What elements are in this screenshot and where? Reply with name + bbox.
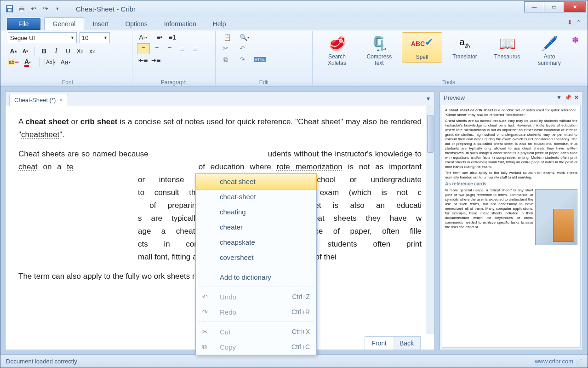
ribbon: Segoe UI▼ 10▼ A▴ A▾ B I U X2 x2 ab▾ A ▾ [0,30,588,87]
download-icon[interactable]: ⬇ [567,19,572,26]
maximize-button[interactable]: ▭ [544,1,564,12]
undo-icon: ↶ [202,293,211,300]
auto-summary-button[interactable]: 🖊️Auto summary [530,32,569,68]
undo-icon[interactable]: ↶ [29,4,38,13]
italic-button[interactable]: I [51,46,62,56]
resize-grip-icon[interactable]: ⋰ [576,358,582,365]
quick-access-toolbar: ↶ ↷ ▼ [5,4,62,13]
preview-title: Preview [444,94,465,101]
close-button[interactable]: ✕ [564,1,586,12]
redo-button[interactable]: ↷ [237,54,248,64]
align-left-button[interactable]: ≡ [137,43,150,54]
document-tab[interactable]: Cheat-Sheet (*) × [9,94,68,106]
spellcheck-icon: ABC✔ [413,34,431,53]
group-label-edit: Edit [220,78,308,86]
change-case-button[interactable]: Aa▾ [58,57,73,67]
align-right-button[interactable]: ≡ [164,44,176,54]
suggestion-coversheet[interactable]: coversheet [196,250,316,265]
subscript-button[interactable]: X2 [74,46,86,56]
menu-redo[interactable]: ↷RedoCtrl+R [196,305,316,320]
grow-font-button[interactable]: A▴ [8,46,19,56]
font-color-button[interactable]: A ▾ [20,57,35,67]
font-size-value: 10 [82,34,88,41]
close-tab-icon[interactable]: × [59,97,63,104]
cut-button[interactable]: ✂ [220,43,231,53]
close-preview-icon[interactable]: ✕ [574,94,579,101]
menu-copy[interactable]: ⧉CopyCtrl+C [196,339,316,355]
preview-body: A cheat sheet or crib sheet is a concise… [442,105,581,348]
decrease-indent-button[interactable]: ⇤≡ [137,55,149,65]
menu-undo[interactable]: ↶UndoCtrl+Z [196,289,316,305]
document-tabs: Cheat-Sheet (*) × ▾ [6,92,434,106]
status-bar: Document loaded correctly www.cribr.com … [0,354,588,368]
qat-dropdown-icon[interactable]: ▼ [53,4,62,13]
find-button[interactable]: 🔍▾ [237,32,251,42]
bold-button[interactable]: B [39,46,50,56]
superscript-button[interactable]: x2 [86,46,97,56]
compress-text-button[interactable]: 🗜️Compress text [360,32,399,68]
redo-icon[interactable]: ↷ [41,4,50,13]
undo-button[interactable]: ↶ [237,43,248,53]
tab-help[interactable]: Help [205,18,234,30]
suggestion-cheater[interactable]: cheater [196,219,316,235]
vertical-scrollbar[interactable] [426,106,434,334]
search-xuletas-button[interactable]: 🥩Search Xuletas [317,32,357,68]
chevron-down-icon: ▼ [68,35,74,40]
print-icon[interactable] [17,4,26,13]
redo-icon: ↷ [202,308,211,316]
tab-overflow-icon[interactable]: ▾ [427,95,430,102]
font-size-combo[interactable]: 10▼ [80,32,110,43]
group-tools: 🥩Search Xuletas 🗜️Compress text ABC✔Spel… [313,31,585,86]
thesaurus-button[interactable]: 📖Thesaurus [487,32,527,62]
bullets-button[interactable]: ≡• [154,32,166,42]
highlight-color-button[interactable]: ab▾ [8,57,19,67]
group-edit: 📋 ✂ ⧉ 🔍▾ ↶ ↷ HTML Edit [216,31,313,86]
svg-rect-5 [20,10,23,12]
tab-file[interactable]: File [7,18,40,30]
star-icon[interactable]: ✽ [572,35,579,45]
tab-information[interactable]: Information [156,18,205,30]
translator-button[interactable]: aあTranslator [445,32,485,62]
clear-format-button[interactable]: Ab▾ [43,57,57,67]
suggestion-cheat-sheet-hyphen[interactable]: cheat-sheet [196,189,316,204]
suggestion-cheat-sheet[interactable]: cheat sheet [195,173,317,190]
scroll-thumb[interactable] [427,115,434,153]
align-center-button[interactable]: ≡ [151,44,163,54]
font-name-value: Segoe UI [10,34,35,41]
pen-icon: 🖊️ [540,34,559,52]
tab-insert[interactable]: Insert [84,18,117,30]
clear-formatting-button[interactable]: A♭▾ [137,32,149,42]
tab-general[interactable]: General [44,17,85,30]
align-distribute-button[interactable]: ≣ [189,44,201,54]
tab-front[interactable]: Front [365,337,393,350]
tab-options[interactable]: Options [117,18,155,30]
status-text: Document loaded correctly [6,358,77,365]
font-name-combo[interactable]: Segoe UI▼ [8,32,77,43]
spell-button[interactable]: ABC✔Spell [402,32,442,63]
titlebar: ↶ ↷ ▼ Cheat-Sheet - Cribr ― ▭ ✕ [0,0,588,17]
preview-dropdown-icon[interactable]: ▼ [556,94,562,101]
tab-back[interactable]: Back [393,337,420,350]
suggestion-cheapskate[interactable]: cheapskate [196,235,316,250]
minimize-button[interactable]: ― [524,1,544,12]
underline-button[interactable]: U [63,46,74,56]
paste-button[interactable]: 📋 [220,32,234,42]
menu-cut[interactable]: ✂CutCtrl+X [196,324,316,339]
website-link[interactable]: www.cribr.com [535,358,573,365]
save-icon[interactable] [5,4,14,13]
suggestion-cheating[interactable]: cheating [196,204,316,219]
html-button[interactable]: HTML [254,54,265,64]
add-to-dictionary[interactable]: Add to dictionary [196,270,316,285]
collapse-ribbon-icon[interactable]: ⌃ [576,19,581,26]
cut-icon: ✂ [202,328,211,335]
increase-indent-button[interactable]: ⇥≡ [150,55,162,65]
pin-icon[interactable]: 📌 [565,94,571,101]
app-window: ↶ ↷ ▼ Cheat-Sheet - Cribr ― ▭ ✕ File Gen… [0,0,588,368]
shrink-font-button[interactable]: A▾ [20,46,31,56]
copy-button[interactable]: ⧉ [220,54,231,64]
group-label-tools: Tools [317,78,580,86]
svg-rect-1 [7,6,12,8]
window-controls: ― ▭ ✕ [525,1,586,12]
align-justify-button[interactable]: ≣ [177,44,188,54]
numbering-button[interactable]: ≡1 [166,32,178,42]
